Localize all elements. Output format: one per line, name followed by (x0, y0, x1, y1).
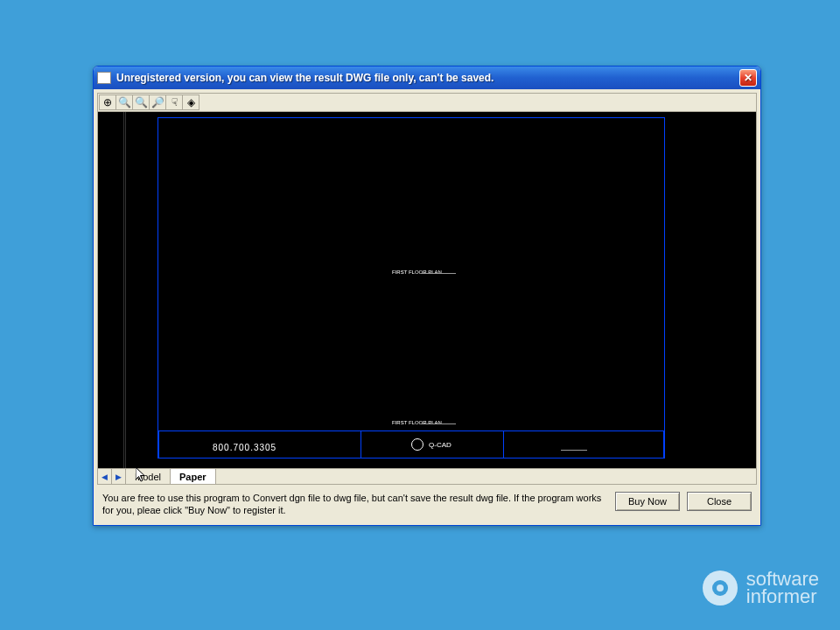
watermark: software informer (703, 570, 819, 606)
tab-label: Model (135, 472, 161, 482)
tab-label: Paper (179, 472, 206, 482)
app-icon (97, 72, 111, 84)
window-title: Unregistered version, you can view the r… (116, 72, 739, 84)
phone-number: 800.700.3305 (213, 443, 276, 452)
pan-icon: ☟ (172, 96, 178, 108)
zoom-extents-icon: ⊕ (103, 96, 112, 108)
tab-paper[interactable]: Paper (171, 469, 216, 484)
zoom-window-icon: 🔍 (118, 96, 131, 108)
brand-text: Q-CAD (429, 441, 452, 449)
watermark-icon (703, 570, 738, 606)
zoom-out-button[interactable]: 🔎 (149, 94, 166, 110)
pan-button[interactable]: ☟ (165, 94, 183, 110)
zoom-window-button[interactable]: 🔍 (116, 94, 133, 110)
titlebar[interactable]: Unregistered version, you can view the r… (94, 66, 760, 89)
drawing-line (561, 450, 587, 451)
tab-prev-button[interactable]: ◀ (98, 469, 112, 484)
zoom-extents-button[interactable]: ⊕ (99, 94, 116, 110)
drawing-label: FIRST FLOOR PLAN (392, 270, 442, 275)
footer: You are free to use this program to Conv… (97, 485, 757, 522)
titleblock-divider (360, 430, 361, 458)
watermark-line2: informer (746, 588, 819, 606)
window-content: ⊕ 🔍 🔍 🔎 ☟ ◈ 800.700.3305 Q-CAD FIRST FLO… (97, 93, 757, 522)
drawing-label: FIRST FLOOR PLAN (392, 420, 442, 425)
tab-model[interactable]: Model (126, 469, 171, 484)
tab-bar: ◀ ▶ Model Paper (97, 469, 757, 485)
drawing-canvas[interactable]: 800.700.3305 Q-CAD FIRST FLOOR PLAN FIRS… (97, 112, 757, 469)
zoom-in-button[interactable]: 🔍 (132, 94, 150, 110)
close-button[interactable]: Close (687, 492, 752, 511)
drawing-line (421, 273, 456, 274)
chevron-left-icon: ◀ (102, 472, 108, 481)
brand-circle (411, 438, 424, 451)
zoom-out-icon: 🔎 (151, 96, 164, 108)
window-close-button[interactable]: ✕ (739, 69, 757, 87)
titleblock-divider (503, 430, 504, 458)
zoom-in-icon: 🔍 (135, 96, 148, 108)
buy-now-button[interactable]: Buy Now (615, 492, 680, 511)
toolbar: ⊕ 🔍 🔍 🔎 ☟ ◈ (97, 93, 757, 112)
close-icon: ✕ (744, 72, 752, 84)
info-text: You are free to use this program to Conv… (102, 492, 608, 516)
drawing-line (421, 424, 456, 424)
rotate-button[interactable]: ◈ (182, 94, 200, 110)
app-window: Unregistered version, you can view the r… (93, 66, 761, 526)
watermark-text: software informer (746, 570, 819, 606)
drawing-frame (158, 117, 665, 458)
guide-line (123, 112, 124, 468)
chevron-right-icon: ▶ (116, 472, 122, 481)
guide-line (125, 112, 126, 468)
tab-next-button[interactable]: ▶ (112, 469, 126, 484)
rotate-icon: ◈ (187, 96, 195, 108)
